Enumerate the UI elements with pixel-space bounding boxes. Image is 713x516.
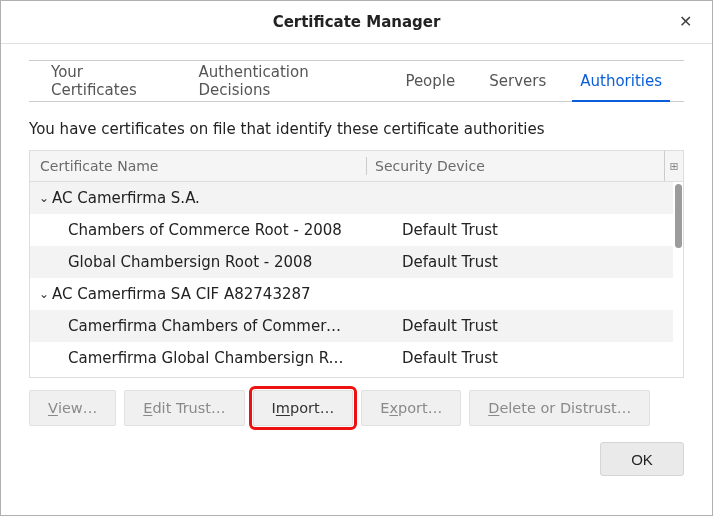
scrollbar-thumb[interactable] [675,184,682,248]
cell-name: Chambers of Commerce Root - 2008 [30,221,394,239]
tab-bar: Your Certificates Authentication Decisio… [29,60,684,102]
cell-name: Global Chambersign Root - 2008 [30,253,394,271]
dialog-content: Your Certificates Authentication Decisio… [1,44,712,490]
import-button[interactable]: Import… [253,390,354,426]
tab-authorities[interactable]: Authorities [580,61,662,101]
cell-device: Default Trust [394,253,673,271]
column-picker-icon[interactable]: ⊞ [664,151,683,181]
cell-name: ⌄ AC Camerfirma S.A. [30,189,356,207]
delete-distrust-button[interactable]: Delete or Distrust… [469,390,650,426]
column-header-name[interactable]: Certificate Name [30,158,366,174]
table-body: ⌄ AC Camerfirma S.A.Chambers of Commerce… [30,182,683,377]
tab-servers[interactable]: Servers [489,61,546,101]
window-title: Certificate Manager [273,13,441,31]
edit-trust-button[interactable]: Edit Trust… [124,390,244,426]
cert-name: Camerfirma Global Chambersign Root [68,349,348,367]
tab-your-certificates[interactable]: Your Certificates [51,61,165,101]
tab-authentication-decisions[interactable]: Authentication Decisions [199,61,372,101]
column-header-device[interactable]: Security Device [367,158,664,174]
cell-device: Default Trust [394,317,673,335]
action-button-row: View… Edit Trust… Import… Export… Delete… [29,390,684,426]
dialog-footer: OK [29,442,684,476]
table-row[interactable]: Chambers of Commerce Root - 2008Default … [30,214,673,246]
cert-name: Chambers of Commerce Root - 2008 [68,221,342,239]
group-name: AC Camerfirma S.A. [52,189,200,207]
cert-name: Camerfirma Chambers of Commerce R… [68,317,348,335]
cell-device: Default Trust [394,221,673,239]
cell-name: ⌄ AC Camerfirma SA CIF A82743287 [30,285,356,303]
cell-name: Camerfirma Chambers of Commerce R… [30,317,394,335]
intro-text: You have certificates on file that ident… [29,120,684,138]
chevron-down-icon[interactable]: ⌄ [36,191,52,205]
cert-name: Global Chambersign Root - 2008 [68,253,312,271]
tab-people[interactable]: People [405,61,455,101]
certificate-manager-window: Certificate Manager ✕ Your Certificates … [0,0,713,516]
titlebar: Certificate Manager ✕ [1,1,712,44]
table-row[interactable]: Global Chambersign Root - 2008Default Tr… [30,246,673,278]
certificates-table: Certificate Name Security Device ⊞ ⌄ AC … [29,150,684,378]
chevron-down-icon[interactable]: ⌄ [36,287,52,301]
cell-device: Default Trust [394,349,673,367]
table-header: Certificate Name Security Device ⊞ [30,151,683,182]
view-button[interactable]: View… [29,390,116,426]
table-group-row[interactable]: ⌄ AC Camerfirma SA CIF A82743287 [30,278,673,310]
cell-name: Camerfirma Global Chambersign Root [30,349,394,367]
export-button[interactable]: Export… [361,390,461,426]
table-group-row[interactable]: ⌄ AC Camerfirma S.A. [30,182,673,214]
table-row[interactable]: Camerfirma Global Chambersign RootDefaul… [30,342,673,374]
ok-button[interactable]: OK [600,442,684,476]
group-name: AC Camerfirma SA CIF A82743287 [52,285,311,303]
close-icon[interactable]: ✕ [673,13,698,31]
table-row[interactable]: Camerfirma Chambers of Commerce R…Defaul… [30,310,673,342]
